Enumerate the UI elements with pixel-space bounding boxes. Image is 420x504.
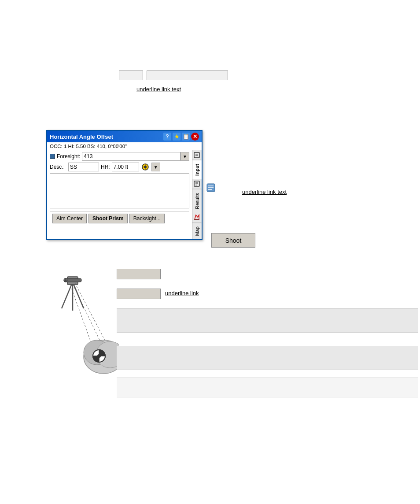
- foresight-dropdown[interactable]: ▼: [181, 152, 189, 161]
- gray-divider: [117, 335, 418, 335]
- desc-label: Desc.:: [50, 164, 65, 170]
- dialog-body: Foresight: ▼ Desc.: HR: ▼: [47, 150, 202, 239]
- top-small-box: [119, 70, 143, 80]
- star-icon[interactable]: ★: [173, 133, 181, 141]
- gray-block-3: [117, 378, 418, 397]
- shoot-button[interactable]: Shoot: [211, 233, 255, 248]
- svg-rect-4: [194, 152, 199, 158]
- below-button-1[interactable]: [117, 269, 161, 279]
- hr-dropdown[interactable]: ▼: [151, 163, 160, 171]
- tab-top-icon[interactable]: [192, 150, 201, 160]
- desc-input[interactable]: [68, 163, 99, 171]
- dialog-title: Horizontal Angle Offset: [50, 133, 163, 140]
- gray-block-1: [117, 308, 418, 333]
- dialog-title-icons: ? ★ 📋 ✕: [163, 133, 199, 141]
- tab-map-icon[interactable]: [192, 213, 201, 222]
- foresight-row: Foresight: ▼: [50, 152, 189, 161]
- foresight-label: Foresight:: [57, 153, 80, 159]
- hr-input[interactable]: [112, 163, 139, 171]
- svg-line-25: [73, 284, 103, 348]
- hr-label: HR:: [101, 164, 110, 170]
- shoot-button-area: Shoot: [211, 233, 255, 248]
- tab-results[interactable]: Results: [192, 189, 202, 213]
- svg-line-17: [62, 282, 73, 308]
- top-medium-box: [147, 70, 228, 80]
- dialog-buttons: Aim Center Shoot Prism Backsight...: [50, 211, 189, 225]
- foresight-input[interactable]: [82, 152, 181, 161]
- close-icon[interactable]: ✕: [191, 133, 199, 141]
- dialog-side-tabs: Input Results Map: [192, 150, 202, 239]
- right-link[interactable]: underline link text: [242, 189, 287, 195]
- dialog-info-line: OCC: 1 HI: 5.50 BS: 410, 0°00'00": [47, 142, 202, 150]
- top-area: [119, 70, 228, 80]
- gray-block-2: [117, 346, 418, 370]
- right-panel-icon[interactable]: [206, 183, 216, 194]
- desc-row: Desc.: HR: ▼: [50, 163, 189, 171]
- target-icon[interactable]: [141, 163, 150, 171]
- svg-marker-11: [195, 215, 199, 219]
- backsight-button[interactable]: Backsight...: [129, 214, 165, 223]
- foresight-checkbox[interactable]: [50, 154, 55, 159]
- top-link[interactable]: underline link text: [136, 86, 181, 93]
- tab-map[interactable]: Map: [192, 222, 202, 239]
- aim-center-button[interactable]: Aim Center: [52, 214, 87, 223]
- help-icon[interactable]: ?: [163, 133, 171, 141]
- copy-icon[interactable]: 📋: [182, 133, 190, 141]
- shoot-prism-button[interactable]: Shoot Prism: [88, 214, 128, 223]
- svg-point-34: [97, 354, 101, 358]
- survey-illustration: [42, 260, 119, 383]
- below-button-2[interactable]: [117, 289, 161, 299]
- dialog-titlebar: Horizontal Angle Offset ? ★ 📋 ✕: [47, 131, 202, 142]
- tab-results-icon[interactable]: [192, 179, 201, 189]
- tab-input[interactable]: Input: [192, 160, 202, 179]
- horizontal-angle-offset-dialog: Horizontal Angle Offset ? ★ 📋 ✕ OCC: 1 H…: [46, 130, 203, 240]
- dialog-textarea[interactable]: [50, 173, 189, 208]
- below-link[interactable]: underline link: [165, 290, 199, 296]
- dialog-main-panel: Foresight: ▼ Desc.: HR: ▼: [47, 150, 192, 239]
